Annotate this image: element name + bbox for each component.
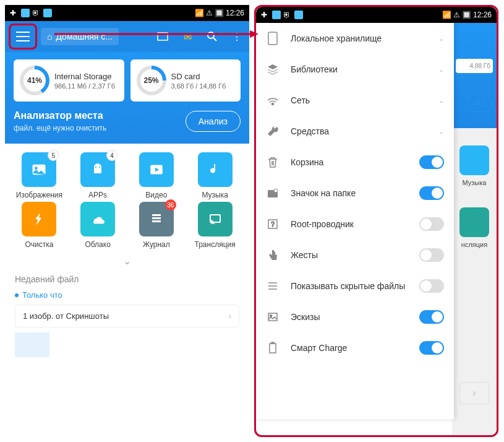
- app-icon: [272, 11, 281, 19]
- badge: 36: [165, 199, 176, 210]
- cat-images[interactable]: 5Изображения: [11, 152, 67, 199]
- drawer-item-smart-charge[interactable]: Смарт Charge: [256, 332, 454, 363]
- chevron-down-icon: ⌄: [438, 128, 444, 136]
- cat-label: Трансляция: [195, 240, 236, 249]
- toggle-folder-badge[interactable]: [419, 186, 444, 200]
- shield-icon: ⛨: [32, 9, 41, 17]
- toggle-thumbs[interactable]: [419, 310, 444, 324]
- battery-icon: [266, 341, 280, 355]
- app2-icon: [294, 11, 303, 19]
- nav-drawer: Локальное хранилище⌄ Библиотеки⌄ Сеть⌄ С…: [256, 23, 454, 419]
- svg-marker-1: [250, 30, 258, 38]
- cat-music[interactable]: Музыка: [187, 152, 243, 199]
- storage-card-sd[interactable]: 25% SD card 3,68 Гб / 14,88 Гб: [130, 59, 241, 102]
- cat-label: APPs: [88, 191, 107, 199]
- drawer-item-folder-badge[interactable]: Значок на папке: [256, 178, 454, 209]
- recent-item[interactable]: 1 изобр. от Скриншоты ›: [15, 305, 239, 327]
- chevron-right-icon: ›: [229, 311, 231, 321]
- storage-section: 41% Internal Storage 986,11 Мб / 2,37 Гб…: [5, 52, 249, 144]
- cat-journal[interactable]: 36Журнал: [129, 202, 185, 249]
- network-icon: [266, 93, 280, 107]
- svg-rect-13: [152, 220, 161, 222]
- signal-icon: 📶: [442, 11, 451, 19]
- svg-point-7: [95, 167, 96, 168]
- plus-icon: ✚: [10, 9, 19, 17]
- status-bar: ✚ ⛨ 📶 ⚠ 🔲 12:26: [5, 5, 249, 21]
- drawer-item-trash[interactable]: Корзина: [256, 147, 454, 178]
- drawer-item-tools[interactable]: Средства⌄: [256, 116, 454, 147]
- root-icon: ?: [266, 217, 280, 231]
- svg-point-16: [272, 103, 274, 105]
- svg-text:?: ?: [271, 221, 275, 228]
- plus-icon: ✚: [261, 11, 270, 19]
- arrow-indicator: [54, 29, 258, 39]
- toggle-root[interactable]: [419, 217, 444, 231]
- drawer-item-network[interactable]: Сеть⌄: [256, 85, 454, 116]
- recent-item-label: 1 изобр. от Скриншоты: [23, 311, 109, 321]
- svg-rect-12: [152, 217, 161, 219]
- cat-cast[interactable]: Трансляция: [187, 202, 243, 249]
- bg-label: нсляция: [455, 241, 494, 248]
- drawer-item-thumbnails[interactable]: Эскизы: [256, 301, 454, 332]
- cat-label: Видео: [145, 191, 167, 199]
- storage-name: SD card: [171, 72, 226, 81]
- storage-detail: 986,11 Мб / 2,37 Гб: [54, 82, 115, 90]
- svg-point-8: [99, 167, 100, 168]
- battery-icon: 🔲: [462, 11, 471, 19]
- app2-icon: [43, 9, 52, 17]
- storage-card-internal[interactable]: 41% Internal Storage 986,11 Мб / 2,37 Гб: [14, 59, 124, 102]
- bg-analyze-btn: ИЗ: [466, 94, 493, 112]
- cat-label: Журнал: [143, 240, 170, 249]
- home-icon: ⌂: [47, 32, 52, 41]
- analyze-button[interactable]: Анализ: [186, 111, 241, 132]
- svg-rect-24: [268, 313, 277, 321]
- toggle-gestures[interactable]: [419, 248, 444, 262]
- svg-point-6: [35, 167, 38, 170]
- badge: 5: [48, 150, 59, 161]
- drawer-item-libraries[interactable]: Библиотеки⌄: [256, 54, 454, 85]
- toggle-trash[interactable]: [419, 155, 444, 169]
- expand-categories[interactable]: ⌄: [5, 251, 249, 271]
- recent-title: Недавний файл: [15, 274, 239, 284]
- cat-cloud[interactable]: Облако: [70, 202, 126, 249]
- category-grid: 5Изображения 4APPs Видео Музыка Очистка …: [5, 144, 249, 251]
- pct-internal: 41%: [20, 66, 49, 95]
- clock-text: 12:26: [473, 11, 492, 19]
- cat-apps[interactable]: 4APPs: [70, 152, 126, 199]
- phone-left: ✚ ⛨ 📶 ⚠ 🔲 12:26 ⌂ Домашняя с... ✉ ⋮ 41% …: [5, 5, 249, 437]
- cat-label: Изображения: [16, 191, 62, 199]
- layers-icon: [266, 63, 280, 76]
- recent-time: Только что: [15, 290, 239, 300]
- drawer-item-gestures[interactable]: Жесты: [256, 240, 454, 271]
- bg-label: Музыка: [455, 179, 494, 186]
- menu-button[interactable]: [9, 24, 37, 50]
- svg-rect-27: [271, 342, 274, 344]
- cat-label: Музыка: [202, 191, 228, 199]
- image-icon: [266, 310, 280, 324]
- drawer-item-local-storage[interactable]: Локальное хранилище⌄: [256, 23, 454, 54]
- cat-clean[interactable]: Очистка: [11, 202, 67, 249]
- svg-rect-15: [268, 32, 277, 45]
- alert-icon: ⚠: [453, 11, 460, 19]
- recent-thumbnail[interactable]: [15, 332, 49, 357]
- folder-badge-icon: [266, 186, 280, 200]
- cat-video[interactable]: Видео: [129, 152, 185, 199]
- svg-rect-26: [270, 344, 276, 353]
- analyzer-row: Анализатор места файл. ещё нужно очистит…: [14, 110, 241, 132]
- pct-sd: 25%: [137, 66, 166, 95]
- svg-rect-11: [152, 214, 161, 216]
- toggle-hidden[interactable]: [419, 279, 444, 293]
- list-icon: [266, 279, 280, 293]
- analyzer-title: Анализатор места: [14, 110, 186, 121]
- storage-detail: 3,68 Гб / 14,88 Гб: [171, 82, 226, 90]
- badge: 4: [106, 150, 117, 161]
- signal-icon: 📶: [195, 9, 204, 17]
- gesture-icon: [266, 248, 280, 262]
- cat-label: Очистка: [25, 240, 53, 249]
- drawer-item-root[interactable]: ?Root-проводник: [256, 209, 454, 240]
- chevron-down-icon: ⌄: [438, 97, 444, 105]
- app-icon: [21, 9, 30, 17]
- clock-text: 12:26: [226, 9, 244, 17]
- drawer-item-hidden-files[interactable]: Показывать скрытые файлы: [256, 271, 454, 301]
- toggle-charge[interactable]: [419, 341, 444, 355]
